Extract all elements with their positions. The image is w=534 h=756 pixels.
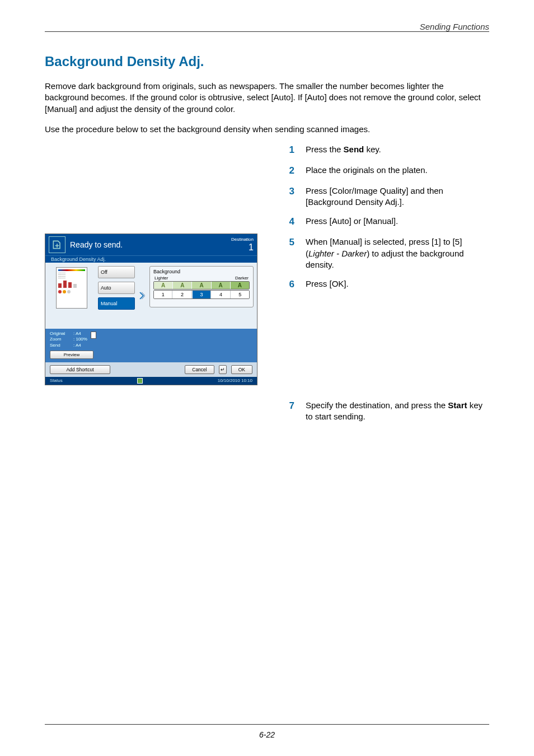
page-number: 6-22 — [45, 730, 489, 739]
preview-thumbnail: ▪▪▪▪▪▪▪▪▪▪▪▪▪▪▪▪▪▪▪▪▪▪▪▪▪▪▪▪▪▪▪▪▪▪▪▪▪▪▪▪… — [49, 266, 95, 325]
density-level-2[interactable]: 2 — [173, 291, 191, 298]
density-group: Background Lighter Darker A A A A A — [149, 266, 254, 307]
add-shortcut-button[interactable]: Add Shortcut — [50, 365, 110, 374]
step-4-text: Press [Auto] or [Manual]. — [306, 216, 398, 228]
step-1-text: Press the Send key. — [306, 144, 381, 157]
density-level-3[interactable]: 3 — [193, 291, 211, 298]
mode-auto-button[interactable]: Auto — [98, 282, 135, 294]
panel-status-text: Ready to send. — [70, 240, 231, 249]
step-number: 2 — [285, 165, 294, 178]
step-5-text: When [Manual] is selected, press [1] to … — [306, 236, 489, 270]
chevron-right-icon — [138, 292, 146, 300]
density-label: Background — [153, 269, 250, 274]
page-title: Background Density Adj. — [45, 54, 489, 69]
intro-paragraph-2: Use the procedure below to set the backg… — [45, 124, 489, 135]
step-3-text: Press [Color/Image Quality] and then [Ba… — [306, 185, 489, 208]
step-number: 7 — [285, 400, 294, 423]
status-label[interactable]: Status — [50, 378, 63, 384]
step-7-text: Specify the destination, and press the S… — [306, 400, 489, 423]
running-head: Sending Functions — [45, 22, 489, 31]
density-level-1[interactable]: 1 — [154, 291, 172, 298]
darker-label: Darker — [235, 276, 249, 281]
destination-counter: Destination 1 — [231, 237, 254, 252]
send-icon — [49, 236, 65, 253]
preview-button[interactable]: Preview — [50, 351, 93, 359]
page-icon — [91, 332, 96, 339]
step-number: 5 — [285, 236, 294, 270]
step-number: 4 — [285, 216, 294, 228]
original-info: Original: A4 Zoom: 100% Send: A4 — [50, 331, 87, 348]
back-icon[interactable]: ↵ — [219, 365, 227, 374]
mode-off-button[interactable]: Off — [98, 266, 135, 278]
step-2-text: Place the originals on the platen. — [306, 165, 428, 178]
status-indicator-icon — [137, 378, 143, 384]
lighter-label: Lighter — [154, 276, 168, 281]
intro-paragraph-1: Remove dark background from originals, s… — [45, 81, 489, 115]
status-timestamp: 10/10/2010 10:10 — [218, 378, 252, 384]
density-level-4[interactable]: 4 — [212, 291, 230, 298]
density-level-5[interactable]: 5 — [231, 291, 249, 298]
step-number: 3 — [285, 185, 294, 208]
step-number: 1 — [285, 144, 294, 157]
step-6-text: Press [OK]. — [306, 278, 349, 291]
mode-manual-button[interactable]: Manual — [98, 297, 135, 310]
density-swatches: A A A A A — [153, 281, 250, 290]
touch-panel: Ready to send. Destination 1 Background … — [45, 234, 257, 385]
step-number: 6 — [285, 278, 294, 291]
cancel-button[interactable]: Cancel — [185, 365, 214, 374]
panel-breadcrumb: Background Density Adj. — [45, 255, 257, 263]
ok-button[interactable]: OK — [231, 365, 252, 374]
